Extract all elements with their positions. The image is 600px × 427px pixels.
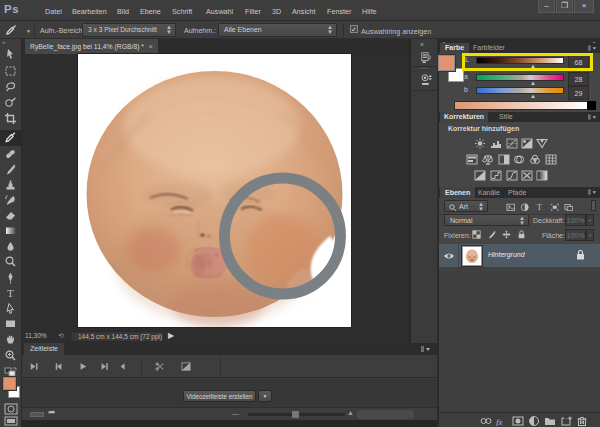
svg-text:T: T bbox=[537, 203, 542, 211]
svg-text:fx: fx bbox=[496, 417, 503, 427]
svg-text:T: T bbox=[7, 287, 14, 299]
